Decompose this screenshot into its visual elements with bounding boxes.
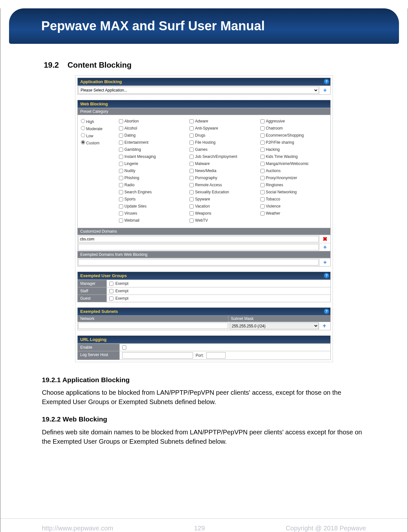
url-logging-panel: URL Logging Enable Log Server Host Port:	[77, 335, 331, 360]
exempt-group-row: StaffExempt	[78, 287, 330, 295]
category-checkbox[interactable]: Sexuality Education	[189, 189, 257, 196]
category-checkbox[interactable]: Adware	[189, 118, 257, 125]
preset-radio-group: High Moderate Low Custom	[80, 118, 119, 224]
exempt-group-checkbox[interactable]	[109, 296, 113, 301]
category-checkbox[interactable]: Auctions	[260, 167, 328, 174]
category-checkbox[interactable]: Abortion	[119, 118, 186, 125]
application-select[interactable]: Please Select Application...	[78, 87, 319, 94]
category-checkbox[interactable]: Spyware	[189, 196, 257, 203]
web-blocking-panel: Web Blocking Preset Category High Modera…	[77, 100, 331, 266]
plus-icon: +	[323, 259, 327, 266]
footer-copyright: Copyright @ 2018 Pepwave	[286, 525, 366, 532]
exempt-group-checkbox[interactable]	[109, 282, 113, 286]
subnet-network-input[interactable]	[78, 323, 228, 329]
customized-domain-input-1[interactable]	[78, 236, 319, 242]
category-checkbox[interactable]: Hacking	[260, 146, 328, 153]
category-checkbox[interactable]: Vacation	[189, 203, 257, 210]
category-checkbox[interactable]: Chatroom	[260, 125, 328, 132]
category-checkbox[interactable]: Instant Messaging	[119, 153, 186, 160]
url-logging-host-input[interactable]	[122, 352, 193, 359]
subnet-mask-header: Subnet Mask	[228, 315, 330, 322]
exempted-user-groups-panel: Exempted User Groups ? ManagerExemptStaf…	[77, 272, 331, 302]
exempt-group-option-label: Exempt	[115, 281, 129, 286]
url-logging-enable-checkbox[interactable]	[122, 345, 126, 350]
remove-domain-button[interactable]: ✖	[319, 235, 330, 243]
category-checkbox[interactable]: Sports	[119, 196, 186, 203]
exempted-subnets-panel: Exempted Subnets ? Network Subnet Mask 2…	[77, 307, 331, 330]
exempt-group-checkbox[interactable]	[109, 289, 113, 293]
category-checkbox[interactable]: Tobacco	[260, 196, 328, 203]
category-checkbox[interactable]: Ringtones	[260, 181, 328, 189]
footer-url: http://www.pepwave.com	[42, 525, 113, 532]
help-icon[interactable]: ?	[324, 273, 329, 278]
category-checkbox[interactable]: Alcohol	[119, 125, 186, 132]
category-checkbox[interactable]: Malware	[189, 160, 257, 167]
help-icon[interactable]: ?	[324, 309, 329, 314]
plus-icon: +	[323, 323, 326, 329]
plus-icon: +	[323, 244, 327, 251]
category-checkbox[interactable]: Entertainment	[119, 139, 186, 146]
category-checkbox[interactable]: Search Engines	[119, 189, 186, 196]
add-domain-button[interactable]: +	[319, 243, 330, 251]
exempt-group-row: GuestExempt	[78, 295, 330, 302]
exempt-group-row: ManagerExempt	[78, 280, 330, 287]
exempted-user-groups-title: Exempted User Groups	[80, 273, 127, 278]
category-checkbox[interactable]: Weapons	[189, 210, 257, 217]
category-checkbox[interactable]: News/Media	[189, 167, 257, 174]
subsection-1-heading: 19.2.1 Application Blocking	[42, 375, 366, 385]
category-checkbox[interactable]: Anti-Spyware	[189, 125, 257, 132]
exempted-domains-header: Exempted Domains from Web Blocking	[78, 251, 330, 258]
page-title: Pepwave MAX and Surf User Manual	[9, 8, 399, 33]
preset-radio-high[interactable]: High	[81, 118, 118, 125]
plus-icon: +	[323, 87, 327, 94]
category-checkbox[interactable]: Gambling	[119, 146, 186, 153]
category-checkbox[interactable]: Proxy/Anonymizer	[260, 174, 328, 181]
category-checkbox[interactable]: Lingerie	[119, 160, 186, 167]
exempt-group-name: Staff	[78, 287, 107, 295]
category-checkbox[interactable]: Weather	[260, 210, 328, 217]
exempted-domain-input[interactable]	[78, 259, 319, 266]
category-checkbox[interactable]: Viruses	[119, 210, 186, 217]
section-title: Content Blocking	[67, 61, 131, 69]
category-grid: AbortionAdwareAggressiveAlcoholAnti-Spyw…	[119, 118, 328, 224]
url-logging-port-input[interactable]	[206, 352, 226, 359]
category-checkbox[interactable]: Job Search/Employment	[189, 153, 257, 160]
category-checkbox[interactable]: WebTV	[189, 217, 257, 224]
category-checkbox[interactable]: Remote Access	[189, 181, 257, 189]
help-icon[interactable]: ?	[324, 79, 329, 84]
category-checkbox[interactable]: Pornography	[189, 174, 257, 181]
category-checkbox[interactable]: Aggressive	[260, 118, 328, 125]
add-exempted-domain-button[interactable]: +	[319, 258, 330, 266]
url-logging-host-label: Log Server Host	[78, 351, 120, 360]
category-checkbox[interactable]: Games	[189, 146, 257, 153]
category-checkbox[interactable]: Ecommerce/Shopping	[260, 132, 328, 139]
subnet-mask-select[interactable]: 255.255.255.0 (/24)	[230, 323, 319, 329]
preset-radio-moderate[interactable]: Moderate	[81, 125, 118, 132]
customized-domains-header: Customized Domains	[78, 228, 330, 235]
category-checkbox[interactable]: Manga/Anime/Webcomic	[260, 160, 328, 167]
category-checkbox[interactable]: Radio	[119, 181, 186, 189]
category-checkbox[interactable]: Social Networking	[260, 189, 328, 196]
preset-radio-low[interactable]: Low	[81, 132, 118, 140]
category-checkbox[interactable]: P2P/File sharing	[260, 139, 328, 146]
category-checkbox[interactable]: Phishing	[119, 174, 186, 181]
exempt-group-option-label: Exempt	[115, 296, 129, 301]
customized-domain-input-2[interactable]	[78, 244, 319, 250]
subsection-2-heading: 19.2.2 Web Blocking	[42, 414, 366, 424]
category-checkbox[interactable]: Webmail	[119, 217, 186, 224]
exempt-group-name: Guest	[78, 295, 107, 302]
category-checkbox[interactable]: Violence	[260, 203, 328, 210]
add-subnet-button[interactable]: +	[319, 323, 330, 329]
category-checkbox[interactable]: Nudity	[119, 167, 186, 174]
category-checkbox[interactable]: File Hosting	[189, 139, 257, 146]
category-checkbox[interactable]: Dating	[119, 132, 186, 139]
preset-radio-custom[interactable]: Custom	[81, 140, 118, 147]
application-blocking-title: Application Blocking	[80, 79, 122, 84]
url-logging-enable-label: Enable	[78, 344, 120, 351]
category-checkbox[interactable]: Kids Time Wasting	[260, 153, 328, 160]
exempted-subnets-title: Exempted Subnets	[80, 309, 118, 314]
category-checkbox[interactable]: Drugs	[189, 132, 257, 139]
add-application-button[interactable]: +	[319, 86, 330, 94]
category-checkbox[interactable]: Update Sites	[119, 203, 186, 210]
exempt-group-option-label: Exempt	[115, 289, 129, 293]
